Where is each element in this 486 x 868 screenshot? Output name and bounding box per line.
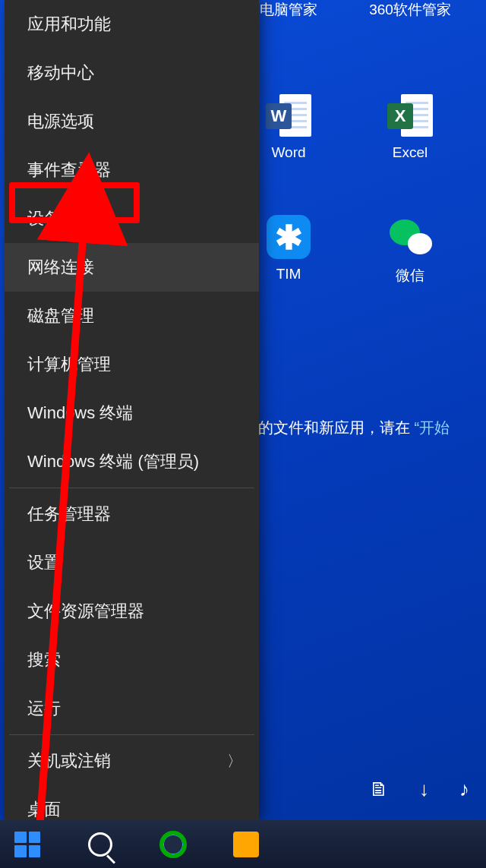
menu-separator xyxy=(9,734,254,735)
desktop-icon-label: Word xyxy=(271,144,305,161)
winx-context-menu: 应用和功能 移动中心 电源选项 事件查看器 设备管理器 网络连接 磁盘管理 计算… xyxy=(5,0,259,820)
menu-item-run[interactable]: 运行 xyxy=(5,684,259,733)
desktop-icon-wechat[interactable]: 微信 xyxy=(372,214,448,286)
start-button[interactable] xyxy=(8,825,47,864)
taskbar-search-button[interactable] xyxy=(80,825,120,864)
music-icon[interactable]: ♪ xyxy=(459,778,469,801)
desktop-icon-pcmanager[interactable]: 电脑管家 xyxy=(251,0,327,20)
start-icon xyxy=(14,832,40,857)
desktop-icons: 电脑管家 360软件管家 W Word X xyxy=(251,0,486,286)
menu-separator xyxy=(9,488,254,488)
desktop-icon-word[interactable]: W Word xyxy=(251,93,327,161)
word-icon: W xyxy=(266,94,311,137)
desktop-icon-360mgr[interactable]: 360软件管家 xyxy=(372,0,448,20)
chevron-right-icon: 〉 xyxy=(227,751,242,772)
desktop-icon-label: 360软件管家 xyxy=(369,0,451,20)
menu-item-shutdown-signout[interactable]: 关机或注销 〉 xyxy=(5,737,259,785)
desktop-icon-tim[interactable]: ✱ TIM xyxy=(251,214,327,286)
menu-item-file-explorer[interactable]: 文件资源管理器 xyxy=(5,587,259,636)
menu-item-search[interactable]: 搜索 xyxy=(5,636,259,684)
menu-item-power-options[interactable]: 电源选项 xyxy=(5,97,259,146)
folder-icon xyxy=(233,832,259,857)
desktop-icon-label: 电脑管家 xyxy=(260,0,317,20)
tray-icons: 🗎 ↓ ♪ xyxy=(369,772,486,807)
menu-item-device-manager[interactable]: 设备管理器 xyxy=(5,194,259,243)
start-link[interactable]: “开始 xyxy=(415,419,450,436)
menu-item-disk-management[interactable]: 磁盘管理 xyxy=(5,292,259,340)
menu-item-task-manager[interactable]: 任务管理器 xyxy=(5,490,259,538)
desktop-icon-excel[interactable]: X Excel xyxy=(372,93,448,161)
menu-item-windows-terminal-admin[interactable]: Windows 终端 (管理员) xyxy=(5,437,259,486)
download-icon[interactable]: ↓ xyxy=(419,778,429,801)
desktop-hint-text: 的文件和新应用，请在 “开始 xyxy=(258,418,450,438)
menu-item-windows-terminal[interactable]: Windows 终端 xyxy=(5,389,259,437)
wechat-icon xyxy=(388,215,432,259)
menu-item-apps-features[interactable]: 应用和功能 xyxy=(5,0,259,49)
desktop-icon-label: Excel xyxy=(393,144,428,161)
taskbar xyxy=(0,820,486,868)
menu-item-mobility-center[interactable]: 移动中心 xyxy=(5,49,259,97)
taskbar-settings-button[interactable] xyxy=(153,825,193,864)
menu-item-settings[interactable]: 设置 xyxy=(5,538,259,587)
search-icon xyxy=(88,832,112,857)
excel-icon: X xyxy=(387,94,433,137)
menu-item-event-viewer[interactable]: 事件查看器 xyxy=(5,146,259,194)
desktop-icon-label: 微信 xyxy=(396,266,424,286)
menu-item-network-connections[interactable]: 网络连接 xyxy=(5,243,259,292)
gear-icon xyxy=(159,831,187,858)
file-icon[interactable]: 🗎 xyxy=(369,778,389,801)
tim-icon: ✱ xyxy=(267,215,311,259)
taskbar-app-button[interactable] xyxy=(226,825,266,864)
desktop-icon-label: TIM xyxy=(276,266,301,282)
menu-item-computer-management[interactable]: 计算机管理 xyxy=(5,340,259,389)
